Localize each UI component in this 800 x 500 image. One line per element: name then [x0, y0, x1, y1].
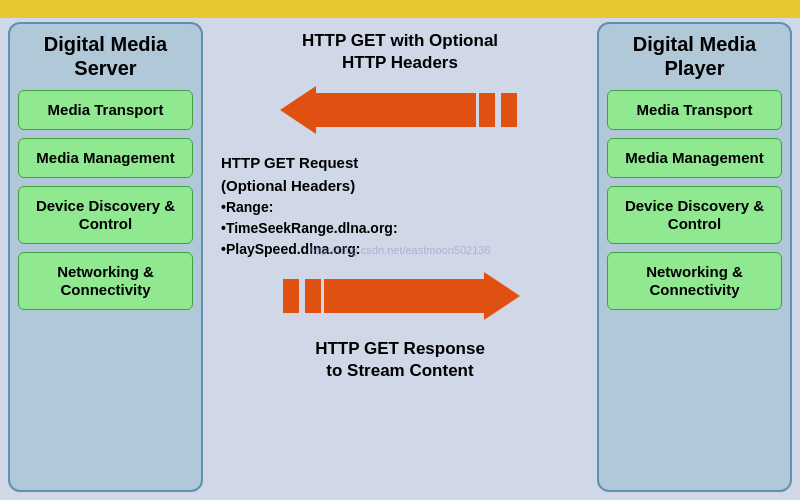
request-title: HTTP GET Request(Optional Headers): [221, 152, 579, 197]
small-rect-3: [283, 279, 299, 313]
arrow-right: [280, 272, 520, 320]
main-container: Digital MediaServer Media Transport Medi…: [0, 0, 800, 500]
top-label: HTTP GET with OptionalHTTP Headers: [302, 30, 498, 74]
left-panel: Digital MediaServer Media Transport Medi…: [8, 22, 203, 492]
small-rect-1: [479, 93, 495, 127]
arrow-shaft-right: [324, 279, 484, 313]
left-panel-title: Digital MediaServer: [44, 32, 167, 80]
right-item-device-discovery: Device Discovery &Control: [607, 186, 782, 244]
request-range: •Range:: [221, 197, 579, 218]
middle-section: HTTP GET with OptionalHTTP Headers HTTP …: [211, 0, 589, 500]
right-panel-title: Digital MediaPlayer: [633, 32, 756, 80]
bottom-label: HTTP GET Responseto Stream Content: [315, 338, 485, 382]
arrow-shaft-left: [316, 93, 476, 127]
arrow-left: [280, 86, 520, 134]
right-item-media-management: Media Management: [607, 138, 782, 178]
small-rect-4: [305, 279, 321, 313]
yellow-bar: [0, 0, 800, 18]
right-item-networking: Networking &Connectivity: [607, 252, 782, 310]
request-content: HTTP GET Request(Optional Headers) •Rang…: [211, 152, 589, 260]
left-item-media-management: Media Management: [18, 138, 193, 178]
arrow-head-left: [280, 86, 316, 134]
small-rect-2: [501, 93, 517, 127]
request-timeseek: •TimeSeekRange.dlna.org:: [221, 218, 579, 239]
left-item-media-transport: Media Transport: [18, 90, 193, 130]
right-item-media-transport: Media Transport: [607, 90, 782, 130]
arrow-head-right: [484, 272, 520, 320]
left-item-networking: Networking &Connectivity: [18, 252, 193, 310]
left-item-device-discovery: Device Discovery &Control: [18, 186, 193, 244]
request-playspeed: •PlaySpeed.dlna.org:: [221, 239, 579, 260]
right-panel: Digital MediaPlayer Media Transport Medi…: [597, 22, 792, 492]
arrow-left-container: [211, 86, 589, 134]
arrow-right-container: [211, 272, 589, 320]
